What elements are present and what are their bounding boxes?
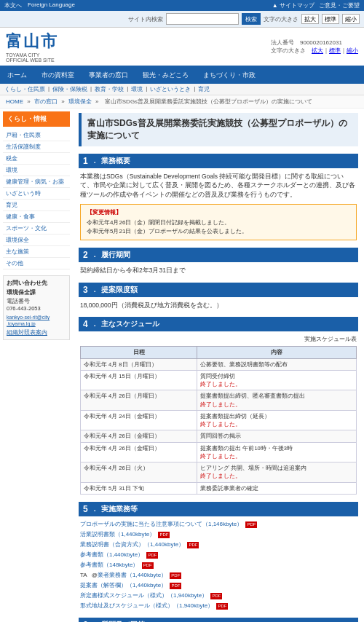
schedule-table: 日程 内容 令和元年 4月 8日（月曜日） 公募要領、業務説明書類等の配布 令和…: [80, 346, 357, 495]
list-item: 形式地址及びスケジュール（様式）（1,940kbyte） PDF: [80, 602, 357, 610]
doc-link-7[interactable]: 提案書（解答欄）（1,440kbyte）: [80, 582, 167, 588]
search-bar: サイト内検索 検索 文字の大きさ 拡大 標準 縮小: [0, 11, 364, 28]
sidebar-link-other[interactable]: その他: [3, 258, 70, 269]
sidebar-link-child[interactable]: 育児: [3, 200, 70, 211]
table-row: 令和元年 4月 26日（火） ヒアリング 共開、場所・時間は追追案内終了しました…: [81, 462, 357, 483]
header: 富山市 TOYAMA CITYOFFICIAL WEB SITE 法人番号 90…: [0, 28, 364, 67]
sub-nav: くらし・住民票 | 保険・保険税 | 教育・学校 | 環境 | いざというとき …: [0, 84, 364, 95]
sidebar-org-chart[interactable]: 組織対照表案内: [7, 329, 47, 336]
sidebar-title: くらし・情報: [3, 111, 70, 127]
foreign-language[interactable]: Foreign Language: [28, 1, 75, 9]
city-name: 富山市: [6, 31, 58, 52]
search-label: サイト内検索: [128, 15, 163, 23]
doc-link-4[interactable]: 参考書類（1,440kbyte）: [80, 551, 143, 558]
sidebar-link-sports[interactable]: スポーツ・文化: [3, 223, 70, 235]
header-right: 法人番号 9000020162031 文字の大きさ 拡大｜標準｜縮小: [271, 39, 358, 55]
subnav-emergency[interactable]: いざというとき: [150, 85, 191, 93]
skip-to-content[interactable]: 本文へ: [4, 1, 22, 9]
section-6-header: 6．質問及び回答: [79, 618, 358, 622]
nav-materials[interactable]: 市の資料室: [34, 67, 82, 84]
sidebar-link-policy[interactable]: 主な施策: [3, 246, 70, 258]
table-row: 令和元年 4月 15日（月曜日） 質問受付締切終了しました。: [81, 370, 357, 390]
doc-link-2[interactable]: 活業説明書類（1,440kbyte）: [80, 531, 155, 538]
fontsize-label: 文字の大きさ: [264, 15, 298, 23]
breadcrumb-home[interactable]: HOME: [6, 98, 23, 105]
table-row: 令和元年 4月 24日（金曜日） 提案書類提出締切（延長）終了しました。: [81, 410, 357, 430]
list-item: TA @業者業務書（1,440kbyte） PDF: [80, 571, 357, 580]
fontsize-large-button[interactable]: 拡大: [301, 14, 319, 24]
main-nav: ホーム 市の資料室 事業者の窓口 観光・みどころ まちづくり・市政: [0, 67, 364, 84]
nav-home[interactable]: ホーム: [0, 67, 34, 84]
table-row: 令和元年 4月 26日（月曜日） 提案書類提出締切、匿名審査書類の提出終了しまし…: [81, 390, 357, 411]
sidebar-link-registry[interactable]: 戸籍・住民票: [3, 130, 70, 141]
sidebar-link-welfare[interactable]: 生活保護制度: [3, 141, 70, 153]
nav-citydev[interactable]: まちづくり・市政: [196, 67, 263, 84]
sidebar-contact-title: お問い合わせ先: [7, 279, 66, 287]
sidebar-contact-tel: 076-443-2053: [7, 305, 66, 312]
table-row: 令和元年 4月 8日（月曜日） 公募要領、業務説明書類等の配布: [81, 358, 357, 370]
subnav-education[interactable]: 教育・学校: [95, 85, 124, 93]
section-2-header: 2．履行期間: [79, 248, 358, 262]
sidebar-link-health[interactable]: 健康管理・病気・お薬: [3, 176, 70, 188]
feedback-link[interactable]: ご意見・ご要望: [319, 1, 360, 9]
list-item: 参考書類（1,440kbyte） PDF: [80, 551, 357, 559]
breadcrumb-env[interactable]: 環境保全: [68, 98, 92, 105]
nav-sightseeing[interactable]: 観光・みどころ: [135, 67, 196, 84]
doc-link-8[interactable]: 所定書様式スケジュール（様式）（1,940kbyte）: [80, 592, 207, 599]
doc-link-3[interactable]: 業務説明書（合資方式）（1,440kbyte）: [80, 541, 184, 548]
nav-business[interactable]: 事業者の窓口: [82, 67, 135, 84]
subnav-insurance[interactable]: 保険・保険税: [52, 85, 87, 93]
table-row: 令和元年 5月 31日 下旬 業務委託事業者の確定: [81, 482, 357, 494]
subnav-environment[interactable]: 環境: [131, 85, 143, 93]
doc-link-5[interactable]: 参考書類（148kbyte）: [80, 562, 138, 568]
table-header-content: 内容: [197, 347, 357, 358]
fontsize-medium-button[interactable]: 標準: [322, 14, 339, 24]
search-input[interactable]: [166, 13, 239, 25]
section-5-header: 5．実施業務等: [79, 502, 358, 516]
breadcrumb: HOME » 市の窓口 » 環境保全 » 富山市SDGs普及展開業務委託実施競技…: [0, 95, 364, 109]
sidebar-contact-tel-label: 電話番号: [7, 298, 66, 305]
notice-box: 【変更情報】 令和元年4月26日（金）開閉日付記録を掲載しました。 令和元年5月…: [80, 204, 357, 240]
doc-link-9[interactable]: 形式地址及びスケジュール（様式）（1,940kbyte）: [80, 602, 213, 609]
subnav-childcare[interactable]: 育児: [198, 85, 210, 93]
list-item: 活業説明書類（1,440kbyte） PDF: [80, 530, 357, 539]
content: 富山市SDGs普及展開業務委託実施競技（公募型プロポーザル）の実施について 1．…: [73, 109, 364, 622]
section-5: 5．実施業務等 プロポーザルの実施に当たる注意事項について（1,146kbyte…: [79, 502, 358, 610]
doc-link-1[interactable]: プロポーザルの実施に当たる注意事項について（1,146kbyte）: [80, 521, 242, 527]
sidebar-link-env[interactable]: 環境: [3, 165, 70, 176]
list-item: 業務説明書（合資方式）（1,440kbyte） PDF: [80, 540, 357, 549]
table-header-date: 日程: [81, 347, 197, 358]
section-2: 2．履行期間 契約締結日から令和2年3月31日まで: [79, 248, 358, 275]
section-1-header: 1．業務概要: [79, 154, 358, 168]
section-3-body: 18,000,000円（消費税及び地方消費税を含む。）: [79, 301, 358, 310]
section-4-header: 4．主なスケジュール: [79, 317, 358, 331]
section-1: 1．業務概要 本業務はSDGs（Sustainable Development …: [79, 154, 358, 240]
sidebar-link-emergency[interactable]: いざという時: [3, 188, 70, 200]
sidebar: くらし・情報 戸籍・住民票 生活保護制度 税金 環境 健康管理・病気・お薬 いざ…: [0, 109, 73, 622]
section-6: 6．質問及び回答 質問及び回答 ⅡⅡ PDF: [79, 618, 358, 622]
breadcrumb-city[interactable]: 市の窓口: [34, 98, 58, 105]
table-row: 令和元年 4月 26日（金曜日） 質問回答の掲示: [81, 430, 357, 442]
section-4-body: 実施スケジュール表 日程 内容 令和元年 4月 8日（月曜日） 公募要領、業務説…: [79, 335, 358, 495]
list-item: 参考書類（148kbyte） PDF: [80, 561, 357, 570]
sidebar-link-tax[interactable]: 税金: [3, 153, 70, 165]
subnav-registry[interactable]: くらし・住民票: [4, 85, 45, 93]
breadcrumb-current: 富山市SDGs普及展開業務委託実施競技（公募型プロポーザル）の実施について: [105, 98, 312, 105]
city-name-sub: TOYAMA CITYOFFICIAL WEB SITE: [6, 52, 58, 63]
list-item: 所定書様式スケジュール（様式）（1,940kbyte） PDF: [80, 591, 357, 600]
sidebar-link-envsec[interactable]: 環境保全: [3, 235, 70, 246]
sidebar-link-food[interactable]: 健康・食事: [3, 211, 70, 223]
sidebar-contact-section: 環境保全課: [7, 289, 66, 296]
search-button[interactable]: 検索: [242, 13, 261, 25]
list-item: プロポーザルの実施に当たる注意事項について（1,146kbyte） PDF: [80, 520, 357, 529]
table-row: 令和元年 4月 26日（金曜日） 提案書類の提出 午前10時・午後3時終了しまし…: [81, 442, 357, 462]
sidebar-contact-email[interactable]: kankyo-sei-rit@city.toyama.lg.jp: [7, 315, 50, 326]
section-1-body: 本業務はSDGs（Sustainable Development Goals 持…: [79, 172, 358, 240]
list-item: 提案書（解答欄）（1,440kbyte） PDF: [80, 581, 357, 590]
page-title: 富山市SDGs普及展開業務委託実施競技（公募型プロポーザル）の実施について: [79, 113, 358, 146]
fontsize-small-button[interactable]: 縮小: [342, 14, 360, 24]
sidebar-contact: お問い合わせ先 環境保全課 電話番号 076-443-2053 kankyo-s…: [3, 275, 70, 340]
sitemap-link[interactable]: ▲ サイトマップ: [272, 1, 314, 9]
doc-link-6[interactable]: 業者業務書（1,440kbyte）: [98, 572, 167, 578]
section-4: 4．主なスケジュール 実施スケジュール表 日程 内容 令和元年 4月 8日（月曜…: [79, 317, 358, 495]
